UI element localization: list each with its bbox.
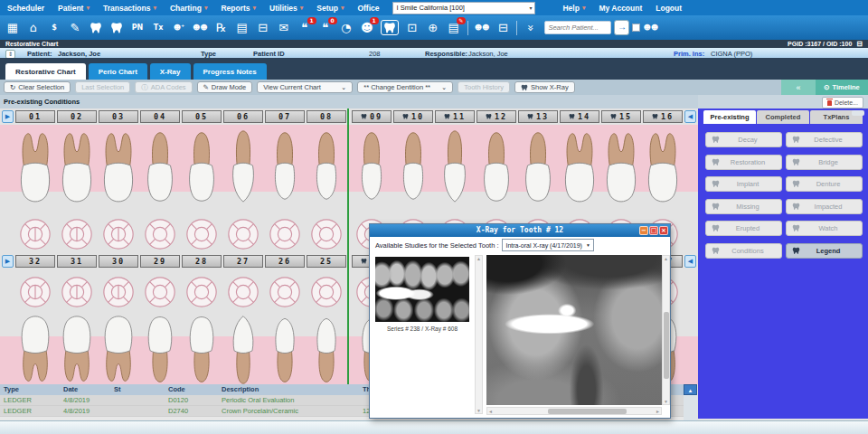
menu-item-reports[interactable]: Reports▾ (221, 4, 256, 13)
tooth-graphic-32[interactable] (15, 313, 55, 384)
tooth-graphic-28[interactable] (182, 275, 222, 309)
tooth-graphic-11[interactable] (435, 126, 475, 211)
tooth-graphic-06[interactable] (223, 217, 263, 251)
clipboard-icon[interactable]: ▤ (235, 20, 250, 36)
conditions-button[interactable]: Conditions (705, 243, 782, 259)
defective-button[interactable]: Defective (786, 132, 863, 147)
screen-share-icon[interactable]: ⊡ (405, 20, 420, 36)
tooth-graphic-10[interactable] (393, 126, 433, 211)
tooth-graphic-30[interactable] (99, 275, 138, 309)
xray-thumbnail[interactable] (375, 257, 469, 322)
impacted-button[interactable]: Impacted (786, 199, 863, 214)
tooth-button-32[interactable]: 32 (15, 255, 55, 268)
tooth-graphic-15[interactable] (601, 126, 641, 211)
watch-button[interactable]: Watch (786, 221, 863, 236)
payments-icon[interactable]: $ (47, 20, 61, 36)
printer-icon[interactable]: ⊟ (256, 20, 270, 36)
tooth-graphic-28[interactable] (182, 313, 222, 384)
office-select[interactable]: I Smile California [100] ▾ (392, 2, 535, 14)
bridge-button[interactable]: Bridge (786, 155, 863, 170)
menu-item-charting[interactable]: Charting▾ (170, 4, 207, 13)
tooth-graphic-29[interactable] (140, 275, 180, 309)
tooth-graphic-14[interactable] (560, 126, 599, 211)
scroll-right-button[interactable]: ◀ (684, 110, 696, 123)
tooth-button-02[interactable]: 02 (57, 110, 97, 123)
add-family-icon[interactable]: ☻☻ (193, 20, 208, 36)
collapse-patient-bar-icon[interactable]: ⇕ (5, 50, 15, 59)
tooth-graphic-07[interactable] (265, 217, 305, 251)
menu-item-patient[interactable]: Patient▾ (58, 4, 90, 13)
clear-selection-button[interactable]: ↻Clear Selection (4, 81, 71, 93)
tooth-graphic-05[interactable] (182, 126, 222, 211)
scrollbar-thumb[interactable] (664, 312, 669, 379)
tooth-graphic-32[interactable] (15, 275, 55, 309)
timeline-collapse-button[interactable]: « (781, 80, 816, 95)
scroll-down-icon[interactable]: ▼ (664, 399, 668, 404)
tooth-button-05[interactable]: 05 (182, 110, 222, 123)
tab-x-ray[interactable]: X-Ray (150, 63, 191, 80)
tooth-graphic-16[interactable] (643, 126, 683, 211)
scroll-right-icon[interactable]: ► (656, 409, 660, 414)
scrollbar-thumb[interactable] (548, 409, 626, 414)
thumbnail-scrollbar[interactable]: ▲ ▼ (475, 255, 483, 414)
tooth-graphic-09[interactable] (352, 126, 392, 211)
panel-scroll-button[interactable] (852, 110, 864, 116)
progress-notes-icon[interactable]: PN (130, 20, 145, 36)
fax-icon[interactable]: ⊟ (495, 20, 510, 36)
tooth-graphic-12[interactable] (476, 126, 516, 211)
close-icon[interactable]: × (659, 226, 668, 235)
tooth-graphic-01[interactable] (15, 126, 55, 211)
tooth-icon[interactable] (89, 20, 103, 36)
tooth-graphic-07[interactable] (265, 126, 305, 211)
tooth-button-28[interactable]: 28 (182, 255, 222, 268)
tooth-button-15[interactable]: 15 (601, 110, 641, 123)
menu-item-setup[interactable]: Setup▾ (316, 4, 344, 13)
change-dentition-select[interactable]: ** Change Dentition **⌄ (357, 81, 453, 93)
minimize-icon[interactable]: − (639, 226, 648, 235)
denture-button[interactable]: Denture (786, 176, 863, 192)
chat-icon[interactable]: ❝1 (297, 20, 312, 36)
tooth-graphic-26[interactable] (265, 275, 305, 309)
home-icon[interactable]: ⌂ (26, 20, 41, 36)
add-patient-icon[interactable]: ☻⁺ (172, 20, 186, 36)
menu-item-utilities[interactable]: Utilities▾ (269, 4, 303, 13)
messages-icon[interactable]: ❝0 (318, 20, 333, 36)
schedule-grid-icon[interactable]: ▦ (5, 20, 20, 36)
scroll-up-icon[interactable]: ▲ (476, 256, 481, 261)
scroll-right-button[interactable]: ◀ (684, 255, 696, 268)
tab-perio-chart[interactable]: Perio Chart (89, 63, 147, 80)
tooth-button-31[interactable]: 31 (57, 255, 97, 268)
patients-icon[interactable]: ☻☻ (475, 20, 490, 36)
treatment-plan-icon[interactable]: Tx (151, 20, 165, 36)
menu-item-help[interactable]: Help▾ (562, 4, 585, 13)
tooth-graphic-08[interactable] (307, 217, 346, 251)
clock-icon[interactable]: ◔ (339, 20, 354, 36)
menu-item-logout[interactable]: Logout (656, 4, 682, 13)
show-xray-button[interactable]: Show X-Ray (514, 81, 575, 93)
missing-button[interactable]: Missing (705, 199, 782, 214)
xray-popup-title-bar[interactable]: X-Ray for Tooth # 12 − □ × (370, 224, 670, 237)
email-icon[interactable]: ✉ (277, 20, 291, 36)
tooth-graphic-08[interactable] (307, 126, 346, 211)
tooth-graphic-31[interactable] (57, 275, 97, 309)
rx-icon[interactable]: ℞ (214, 20, 229, 36)
tooth-graphic-27[interactable] (223, 313, 263, 384)
tooth-graphic-03[interactable] (99, 217, 138, 251)
scroll-up-button[interactable]: ▲ (684, 384, 697, 395)
scroll-left-button[interactable]: ▶ (2, 110, 14, 123)
tooth-button-07[interactable]: 07 (265, 110, 305, 123)
image-vertical-scrollbar[interactable]: ▲ ▼ (662, 255, 670, 405)
community-icon[interactable]: ☻1 (360, 20, 374, 36)
delete-button[interactable]: Delete... (822, 97, 863, 108)
tooth-graphic-03[interactable] (99, 126, 138, 211)
globe-icon[interactable]: ⊕ (426, 20, 440, 36)
tooth-graphic-06[interactable] (223, 126, 263, 211)
view-chart-select[interactable]: View Current Chart⌄ (257, 81, 353, 93)
restoration-button[interactable]: Restoration (705, 155, 782, 170)
notes-alert-icon[interactable]: ▤✎ (447, 20, 461, 36)
expand-more-icon[interactable]: » (524, 20, 538, 36)
tooth-graphic-01[interactable] (15, 217, 55, 251)
patient-group-icon[interactable]: ☻☻ (643, 20, 658, 36)
tooth-graphic-31[interactable] (57, 313, 97, 384)
erupted-button[interactable]: Erupted (705, 221, 782, 236)
